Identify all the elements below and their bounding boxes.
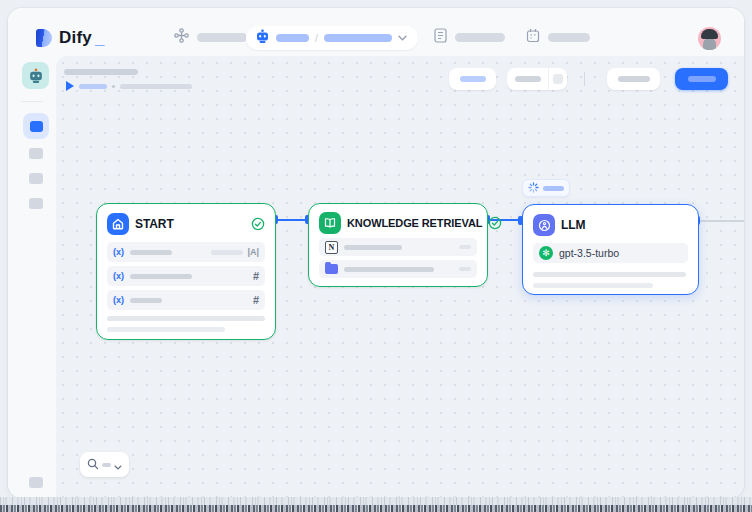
source-meta-placeholder bbox=[459, 267, 471, 271]
workflow-icon bbox=[30, 121, 43, 132]
preview-button[interactable] bbox=[607, 68, 660, 90]
run-meta-placeholder bbox=[120, 84, 192, 89]
node-description-placeholder bbox=[533, 272, 686, 277]
run-status-row bbox=[66, 80, 192, 92]
toolbar-divider bbox=[584, 72, 585, 86]
start-variable-row[interactable]: (x) |A| bbox=[107, 242, 265, 262]
llm-model-row[interactable]: ✻ gpt-3.5-turbo bbox=[533, 243, 688, 263]
preview-label-placeholder bbox=[618, 76, 650, 82]
node-kr-header: KNOWLEDGE RETRIEVAL bbox=[319, 212, 477, 234]
node-start[interactable]: START (x) |A| (x) # bbox=[96, 203, 276, 340]
node-knowledge-retrieval[interactable]: KNOWLEDGE RETRIEVAL N bbox=[308, 203, 488, 287]
spinner-icon bbox=[528, 179, 539, 197]
robot-icon bbox=[255, 29, 270, 48]
node-start-title: START bbox=[135, 217, 174, 231]
check-circle-icon bbox=[488, 216, 502, 230]
model-name: gpt-3.5-turbo bbox=[559, 247, 619, 259]
sidebar-item-3[interactable] bbox=[29, 173, 43, 184]
user-avatar[interactable] bbox=[698, 27, 721, 50]
app-window: Dify _ bbox=[8, 8, 744, 498]
workflow-canvas[interactable]: START (x) |A| (x) # bbox=[56, 56, 744, 498]
workflow-name-placeholder bbox=[324, 34, 392, 42]
sidebar-item-2[interactable] bbox=[29, 148, 43, 159]
sidebar-item-bottom[interactable] bbox=[29, 477, 43, 488]
node-description-placeholder bbox=[107, 316, 265, 321]
dify-logo-icon bbox=[36, 29, 52, 47]
variable-icon: (x) bbox=[113, 247, 124, 257]
edge-llm-outgoing bbox=[700, 220, 744, 222]
node-llm-title: LLM bbox=[561, 218, 585, 232]
source-name-placeholder bbox=[344, 267, 434, 272]
nav-explore[interactable] bbox=[174, 28, 247, 47]
brand-name: Dify bbox=[59, 29, 92, 47]
play-icon[interactable] bbox=[66, 81, 74, 91]
variable-value-placeholder bbox=[211, 250, 243, 255]
dify-logo[interactable]: Dify _ bbox=[36, 29, 104, 47]
book-icon bbox=[434, 28, 447, 47]
number-type-icon: # bbox=[253, 294, 259, 306]
run-history-button[interactable] bbox=[507, 68, 567, 90]
openai-icon: ✻ bbox=[539, 246, 553, 260]
variable-name-placeholder bbox=[130, 250, 172, 255]
nav-knowledge[interactable] bbox=[434, 28, 505, 47]
nav-tools[interactable] bbox=[526, 28, 590, 47]
canvas-toolbar bbox=[449, 68, 728, 90]
zoom-level-placeholder bbox=[102, 463, 111, 467]
avatar-body bbox=[703, 38, 716, 50]
zoom-control[interactable] bbox=[80, 452, 129, 477]
chevron-down-icon bbox=[398, 33, 407, 43]
node-description-placeholder bbox=[107, 327, 225, 332]
brand-accent: _ bbox=[95, 31, 104, 47]
sidebar-item-4[interactable] bbox=[29, 198, 43, 209]
calendar-icon bbox=[526, 28, 540, 47]
app-switcher[interactable]: / bbox=[246, 26, 418, 50]
sidebar-item-workflow-active[interactable] bbox=[23, 113, 49, 139]
history-icon-placeholder bbox=[553, 74, 563, 84]
node-kr-title: KNOWLEDGE RETRIEVAL bbox=[347, 217, 482, 229]
variable-icon: (x) bbox=[113, 295, 124, 305]
notion-icon: N bbox=[325, 241, 338, 254]
nav-tools-label-placeholder bbox=[548, 33, 590, 42]
avatar-hair bbox=[701, 29, 718, 39]
open-book-icon bbox=[319, 212, 341, 234]
run-label-placeholder bbox=[79, 84, 107, 89]
nav-explore-label-placeholder bbox=[197, 33, 247, 42]
publish-label-placeholder bbox=[688, 76, 716, 82]
knowledge-source-row[interactable]: N bbox=[319, 238, 477, 256]
node-start-header: START bbox=[107, 212, 265, 236]
source-meta-placeholder bbox=[459, 245, 471, 249]
sidebar-divider bbox=[21, 101, 43, 102]
app-robot-icon bbox=[28, 68, 44, 84]
move-icon bbox=[174, 28, 189, 47]
sidebar bbox=[8, 56, 56, 498]
variable-name-placeholder bbox=[130, 274, 192, 279]
llm-icon bbox=[533, 214, 555, 236]
history-segment[interactable] bbox=[549, 74, 567, 84]
workflow-title-placeholder bbox=[64, 69, 138, 75]
features-button[interactable] bbox=[449, 68, 496, 90]
run-segment[interactable] bbox=[507, 68, 549, 90]
node-description-placeholder bbox=[533, 283, 653, 288]
sidebar-app-icon[interactable] bbox=[22, 62, 49, 89]
running-label-placeholder bbox=[543, 186, 564, 191]
llm-running-indicator bbox=[522, 179, 570, 197]
dot-separator bbox=[112, 85, 115, 88]
app-name-placeholder bbox=[276, 34, 309, 42]
string-type-icon: |A| bbox=[247, 247, 259, 257]
knowledge-source-row[interactable] bbox=[319, 260, 477, 278]
chevron-down-icon bbox=[114, 456, 122, 474]
start-variable-row[interactable]: (x) # bbox=[107, 290, 265, 310]
folder-icon bbox=[325, 264, 338, 274]
screenshot-noise-band bbox=[0, 497, 752, 505]
node-llm-header: LLM bbox=[533, 213, 688, 237]
publish-button[interactable] bbox=[675, 68, 728, 90]
features-label-placeholder bbox=[460, 76, 486, 82]
start-variable-row[interactable]: (x) # bbox=[107, 266, 265, 286]
node-llm[interactable]: LLM ✻ gpt-3.5-turbo bbox=[522, 204, 699, 295]
variable-name-placeholder bbox=[130, 298, 162, 303]
nav-knowledge-label-placeholder bbox=[455, 33, 505, 42]
variable-icon: (x) bbox=[113, 271, 124, 281]
pill-separator: / bbox=[315, 33, 318, 44]
search-icon bbox=[87, 456, 99, 474]
screenshot-noise-band bbox=[0, 505, 752, 512]
